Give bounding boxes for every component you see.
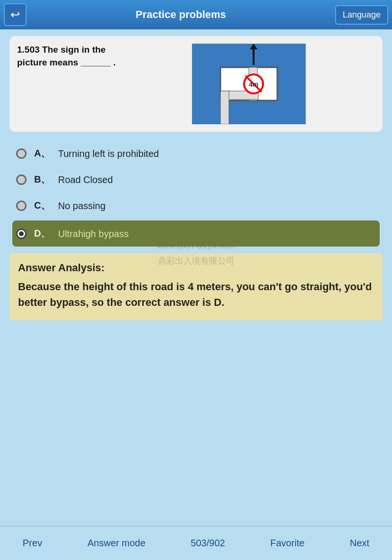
next-button[interactable]: Next	[341, 533, 378, 553]
option-c-label: C、	[34, 199, 50, 212]
question-card: 1.503 The sign in the picture means ____…	[9, 36, 383, 132]
svg-rect-11	[220, 91, 229, 124]
progress-indicator: 503/902	[182, 533, 233, 553]
answer-analysis: Answer Analysis: Because the height of t…	[9, 253, 383, 321]
language-label: Language	[343, 10, 381, 19]
question-image: 4m	[122, 44, 375, 124]
option-a-text: Turning left is prohibited	[58, 147, 159, 160]
language-button[interactable]: Language	[335, 5, 388, 25]
svg-rect-4	[277, 44, 306, 124]
header-title: Practice problems	[27, 9, 335, 21]
option-d[interactable]: D、 Ultrahigh bypass	[12, 220, 380, 247]
svg-text:4m: 4m	[248, 81, 258, 88]
radio-c	[16, 201, 27, 211]
favorite-button[interactable]: Favorite	[262, 533, 313, 553]
option-d-label: D、	[34, 227, 50, 240]
radio-d	[16, 229, 27, 239]
options-container: A、 Turning left is prohibited B、 Road Cl…	[9, 140, 383, 248]
back-icon: ↩	[10, 8, 20, 21]
option-a-label: A、	[34, 147, 50, 160]
option-c[interactable]: C、 No passing	[12, 193, 380, 219]
app-header: ↩ Practice problems Language	[0, 0, 392, 29]
option-b[interactable]: B、 Road Closed	[12, 166, 380, 193]
prev-button[interactable]: Prev	[14, 533, 51, 553]
option-c-text: No passing	[58, 200, 105, 212]
main-content: www.DGYC114.com 鼎彩出入境有限公司 1.503 The sign…	[0, 29, 392, 526]
radio-b	[16, 174, 27, 185]
option-a[interactable]: A、 Turning left is prohibited	[12, 140, 380, 166]
road-sign-svg: 4m	[192, 44, 306, 124]
question-text: 1.503 The sign in the picture means ____…	[17, 44, 117, 69]
option-b-text: Road Closed	[58, 174, 113, 186]
back-button[interactable]: ↩	[4, 3, 27, 26]
svg-rect-3	[192, 44, 220, 124]
option-d-text: Ultrahigh bypass	[58, 228, 128, 240]
footer: Prev Answer mode 503/902 Favorite Next	[0, 526, 392, 560]
analysis-body: Because the height of this road is 4 met…	[18, 279, 374, 310]
radio-a	[16, 148, 27, 159]
answer-mode-button[interactable]: Answer mode	[79, 533, 154, 553]
option-b-label: B、	[34, 173, 50, 186]
analysis-title: Answer Analysis:	[18, 262, 374, 274]
